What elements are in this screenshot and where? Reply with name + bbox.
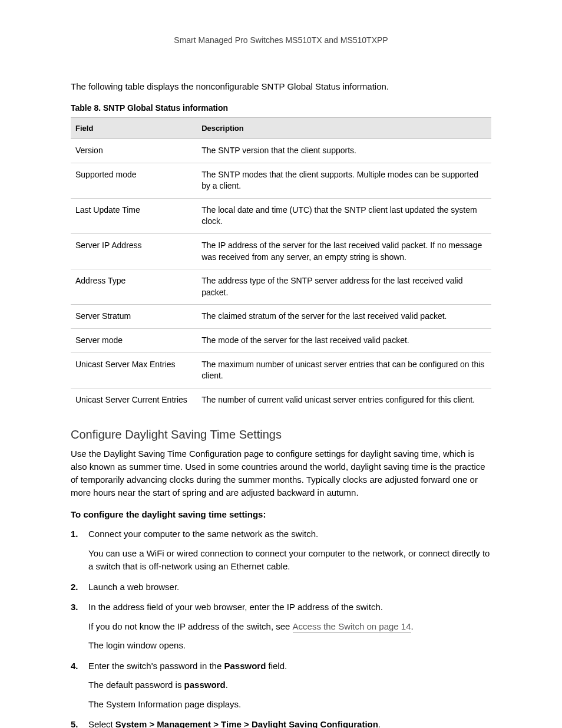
step-5: Select System > Management > Time > Dayl… xyxy=(71,718,491,728)
bold-text: Password xyxy=(224,661,266,671)
desc-cell: The SNTP version that the client support… xyxy=(197,139,491,163)
step-text: Connect your computer to the same networ… xyxy=(88,529,318,539)
table-row: Supported modeThe SNTP modes that the cl… xyxy=(71,163,491,198)
field-cell: Server mode xyxy=(71,328,197,353)
step-subtext: The login window opens. xyxy=(88,639,491,653)
table-row: Unicast Server Current EntriesThe number… xyxy=(71,388,491,411)
step-3: In the address field of your web browser… xyxy=(71,601,491,653)
step-1: Connect your computer to the same networ… xyxy=(71,528,491,574)
field-cell: Server Stratum xyxy=(71,305,197,329)
text: Enter the switch's password in the xyxy=(88,661,224,671)
cross-ref-link[interactable]: Access the Switch on page 14 xyxy=(293,621,411,633)
steps-list: Connect your computer to the same networ… xyxy=(71,528,491,728)
table-row: Server modeThe mode of the server for th… xyxy=(71,328,491,353)
table-row: Last Update TimeThe local date and time … xyxy=(71,198,491,233)
th-description: Description xyxy=(197,118,491,139)
step-text: In the address field of your web browser… xyxy=(88,602,383,612)
table-row: Server StratumThe claimed stratum of the… xyxy=(71,305,491,329)
step-subtext: The default password is password. xyxy=(88,678,491,692)
table-caption: Table 8. SNTP Global Status information xyxy=(71,103,491,113)
text: If you do not know the IP address of the… xyxy=(88,621,293,631)
desc-cell: The maximum number of unicast server ent… xyxy=(197,353,491,388)
th-field: Field xyxy=(71,118,197,139)
desc-cell: The number of current valid unicast serv… xyxy=(197,388,491,411)
table-row: Server IP AddressThe IP address of the s… xyxy=(71,233,491,269)
procedure-heading: To configure the daylight saving time se… xyxy=(71,509,491,519)
section-paragraph: Use the Daylight Saving Time Configurati… xyxy=(71,447,491,499)
step-2: Launch a web browser. xyxy=(71,581,491,594)
field-cell: Server IP Address xyxy=(71,233,197,269)
bold-text: System > Management > Time > Daylight Sa… xyxy=(115,719,378,728)
text: The default password is xyxy=(88,680,184,690)
table-row: VersionThe SNTP version that the client … xyxy=(71,139,491,163)
text: Select xyxy=(88,719,115,728)
desc-cell: The address type of the SNTP server addr… xyxy=(197,269,491,305)
field-cell: Unicast Server Max Entries xyxy=(71,353,197,388)
desc-cell: The local date and time (UTC) that the S… xyxy=(197,198,491,233)
step-text: Launch a web browser. xyxy=(88,582,179,592)
field-cell: Address Type xyxy=(71,269,197,305)
section-heading: Configure Daylight Saving Time Settings xyxy=(71,428,491,442)
field-cell: Unicast Server Current Entries xyxy=(71,388,197,411)
step-subtext: You can use a WiFi or wired connection t… xyxy=(88,547,491,574)
field-cell: Supported mode xyxy=(71,163,197,198)
step-subtext: The System Information page displays. xyxy=(88,698,491,711)
desc-cell: The IP address of the server for the las… xyxy=(197,233,491,269)
table-row: Address TypeThe address type of the SNTP… xyxy=(71,269,491,305)
text: . xyxy=(226,680,228,690)
desc-cell: The mode of the server for the last rece… xyxy=(197,328,491,353)
desc-cell: The SNTP modes that the client supports.… xyxy=(197,163,491,198)
text: . xyxy=(378,719,381,728)
page-header: Smart Managed Pro Switches MS510TX and M… xyxy=(71,35,491,45)
step-subtext: If you do not know the IP address of the… xyxy=(88,620,491,634)
table-row: Unicast Server Max EntriesThe maximum nu… xyxy=(71,353,491,388)
field-cell: Version xyxy=(71,139,197,163)
desc-cell: The claimed stratum of the server for th… xyxy=(197,305,491,329)
field-cell: Last Update Time xyxy=(71,198,197,233)
text: . xyxy=(411,621,414,631)
intro-paragraph: The following table displays the nonconf… xyxy=(71,80,491,93)
step-4: Enter the switch's password in the Passw… xyxy=(71,660,491,711)
text: field. xyxy=(266,661,287,671)
bold-text: password xyxy=(184,680,226,690)
sntp-status-table: Field Description VersionThe SNTP versio… xyxy=(71,117,491,411)
